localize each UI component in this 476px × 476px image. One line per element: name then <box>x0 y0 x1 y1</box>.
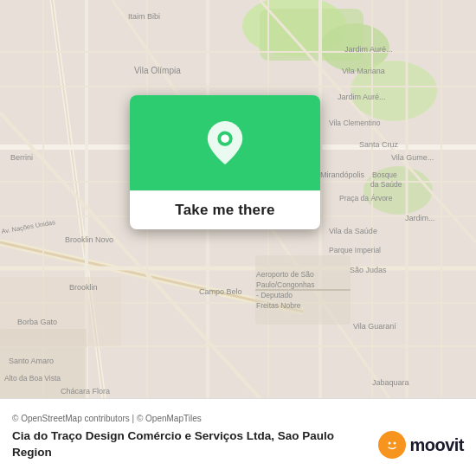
svg-text:Vila Gume...: Vila Gume... <box>391 153 434 162</box>
attribution-row: © OpenStreetMap contributors | © OpenMap… <box>12 414 464 423</box>
svg-text:Parque Imperial: Parque Imperial <box>329 246 381 254</box>
attribution-text: © OpenStreetMap contributors | © OpenMap… <box>12 414 202 423</box>
svg-point-67 <box>384 437 400 453</box>
svg-text:Jardim Auré...: Jardim Auré... <box>344 45 393 54</box>
svg-point-66 <box>221 134 229 143</box>
moovit-logo: moovit <box>378 431 464 459</box>
svg-text:Borba Gato: Borba Gato <box>17 318 57 326</box>
svg-text:Bosque: Bosque <box>372 170 397 179</box>
svg-text:Praça da Árvore: Praça da Árvore <box>339 194 393 203</box>
svg-text:Santo Amaro: Santo Amaro <box>9 357 54 365</box>
svg-text:Aeroporto de São: Aeroporto de São <box>256 270 314 279</box>
map-container: Vila Olímpia Itaim Bibi Berrini Brooklin… <box>0 0 476 398</box>
svg-text:Jabaquara: Jabaquara <box>372 378 409 387</box>
svg-text:Mirandópolis: Mirandópolis <box>320 170 365 179</box>
svg-text:Berrini: Berrini <box>10 153 33 162</box>
popup-button-section[interactable]: Take me there <box>130 190 320 229</box>
svg-text:Vila Clementino: Vila Clementino <box>329 119 381 127</box>
popup-green-section <box>130 95 320 190</box>
svg-text:Vila Mariana: Vila Mariana <box>342 67 385 75</box>
svg-point-69 <box>394 442 396 445</box>
location-pin-icon <box>207 121 243 164</box>
svg-text:Freitas Nobre: Freitas Nobre <box>256 301 301 310</box>
svg-text:Chácara Flora: Chácara Flora <box>61 387 110 396</box>
place-name: Cia do Traço Design Comércio e Serviços … <box>12 428 370 461</box>
svg-text:Vila Guaraní: Vila Guaraní <box>353 322 396 331</box>
place-info-row: Cia do Traço Design Comércio e Serviços … <box>12 428 464 461</box>
bottom-info-bar: © OpenStreetMap contributors | © OpenMap… <box>0 398 476 476</box>
take-me-there-button[interactable]: Take me there <box>175 202 274 219</box>
svg-text:Vila da Saúde: Vila da Saúde <box>329 227 377 235</box>
svg-text:Alto da Boa Vista: Alto da Boa Vista <box>4 374 61 383</box>
svg-text:Jardim Auré...: Jardim Auré... <box>338 93 386 101</box>
popup-card: Take me there <box>130 95 320 229</box>
svg-text:Paulo/Congonhas: Paulo/Congonhas <box>256 280 315 289</box>
svg-text:da Saúde: da Saúde <box>370 180 402 189</box>
svg-point-68 <box>389 442 391 445</box>
svg-text:- Deputado: - Deputado <box>256 291 293 299</box>
svg-text:Campo Belo: Campo Belo <box>199 287 242 296</box>
moovit-text: moovit <box>409 435 464 455</box>
svg-text:São Judas: São Judas <box>350 266 387 274</box>
svg-text:Jardim...: Jardim... <box>405 214 435 222</box>
moovit-icon <box>378 431 406 459</box>
svg-text:Brooklin: Brooklin <box>69 283 98 292</box>
moovit-face-icon <box>383 436 401 453</box>
svg-text:Vila Olímpia: Vila Olímpia <box>134 66 181 75</box>
svg-text:Santa Cruz: Santa Cruz <box>359 140 399 149</box>
svg-text:Brooklin Novo: Brooklin Novo <box>65 235 113 244</box>
svg-text:Itaim Bibi: Itaim Bibi <box>128 12 160 21</box>
